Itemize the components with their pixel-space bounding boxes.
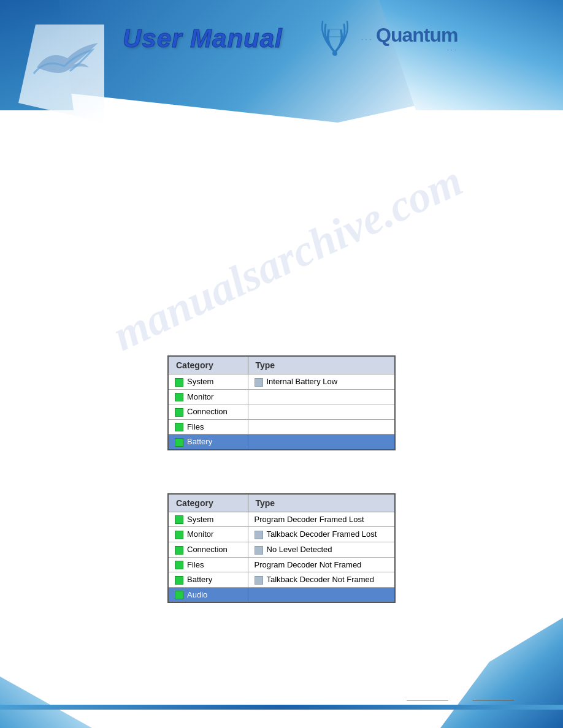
table1-type-header: Type <box>248 356 395 374</box>
table2-row6-category: Audio <box>168 587 248 602</box>
green-indicator <box>175 393 183 401</box>
green-indicator <box>175 531 183 539</box>
table2-type-header: Type <box>248 494 395 512</box>
table1-row5-category: Battery <box>168 434 248 450</box>
table1-row4-type <box>248 419 395 434</box>
table-row: Files Program Decoder Not Framed <box>168 557 395 572</box>
table1-row3-type <box>248 404 395 420</box>
table1-row1-type: Internal Battery Low <box>248 374 395 390</box>
bottom-bar <box>0 705 563 710</box>
table-row: Battery Talkback Decoder Not Framed <box>168 572 395 588</box>
green-indicator <box>175 546 183 555</box>
gray-indicator <box>255 378 263 387</box>
gray-indicator <box>255 546 263 555</box>
table-row: System Program Decoder Framed Lost <box>168 512 395 527</box>
table-row: Files <box>168 419 395 434</box>
table1-row4-category: Files <box>168 419 248 434</box>
gray-indicator <box>255 576 263 585</box>
footer-page-right: ___________ <box>473 693 514 700</box>
green-indicator <box>175 423 183 431</box>
green-indicator <box>175 438 183 447</box>
table1-row3-category: Connection <box>168 404 248 420</box>
table1-row1-category: System <box>168 374 248 390</box>
green-indicator <box>175 591 183 599</box>
table-row: Connection <box>168 404 395 420</box>
table2-row6-type <box>248 587 395 602</box>
event-table-2: Category Type System Program Decoder Fra… <box>167 493 396 603</box>
table-row: Connection No Level Detected <box>168 542 395 557</box>
table2-row2-type: Talkback Decoder Framed Lost <box>248 527 395 542</box>
table2-row5-category: Battery <box>168 572 248 588</box>
table2-row4-type: Program Decoder Not Framed <box>248 557 395 572</box>
quantum-dots: ··· <box>361 34 373 44</box>
quantum-signal-icon <box>313 18 356 58</box>
quantum-sub: ··· <box>361 47 458 53</box>
gray-indicator <box>255 531 263 539</box>
table-row: Monitor Talkback Decoder Framed Lost <box>168 527 395 542</box>
bottom-right-decoration <box>440 618 563 728</box>
green-indicator <box>175 561 183 569</box>
table2-row3-type: No Level Detected <box>248 542 395 557</box>
quantum-brand-text: ··· Quantum ··· <box>361 24 458 53</box>
quantum-name: Quantum <box>376 24 458 46</box>
table-row-highlighted: Audio <box>168 587 395 602</box>
table2-row1-type: Program Decoder Framed Lost <box>248 512 395 527</box>
table1-row5-type <box>248 434 395 450</box>
table-row-highlighted: Battery <box>168 434 395 450</box>
table1-row2-type <box>248 389 395 404</box>
green-indicator <box>175 378 183 387</box>
bird-icon <box>31 37 104 86</box>
table2-row3-category: Connection <box>168 542 248 557</box>
table-row: Monitor <box>168 389 395 404</box>
bottom-left-decoration <box>0 654 92 728</box>
quantum-logo: ··· Quantum ··· <box>313 18 458 58</box>
table2-category-header: Category <box>168 494 248 512</box>
event-table-1: Category Type System Internal Battery Lo… <box>167 355 396 450</box>
table2-row4-category: Files <box>168 557 248 572</box>
table-row: System Internal Battery Low <box>168 374 395 390</box>
svg-point-0 <box>332 51 337 56</box>
left-decoration <box>0 0 110 135</box>
green-indicator <box>175 515 183 524</box>
table2-row2-category: Monitor <box>168 527 248 542</box>
watermark: manualsarchive.com <box>105 155 470 361</box>
header-content: User Manual ··· Quantum ··· <box>123 18 551 58</box>
table1-row2-category: Monitor <box>168 389 248 404</box>
footer: ___________ ___________ <box>407 693 514 700</box>
table2-row5-type: Talkback Decoder Not Framed <box>248 572 395 588</box>
table2-row1-category: System <box>168 512 248 527</box>
green-indicator <box>175 576 183 585</box>
green-indicator <box>175 408 183 417</box>
footer-page-left: ___________ <box>407 693 448 700</box>
page-title: User Manual <box>123 24 283 53</box>
table1-category-header: Category <box>168 356 248 374</box>
